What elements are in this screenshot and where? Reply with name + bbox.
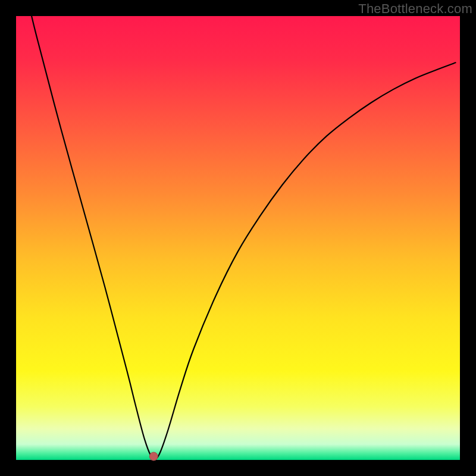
bottleneck-chart	[0, 0, 476, 476]
optimal-point-marker	[149, 452, 158, 461]
chart-background-gradient	[16, 16, 460, 460]
watermark-text: TheBottleneck.com	[358, 1, 472, 17]
chart-frame: TheBottleneck.com	[0, 0, 476, 476]
